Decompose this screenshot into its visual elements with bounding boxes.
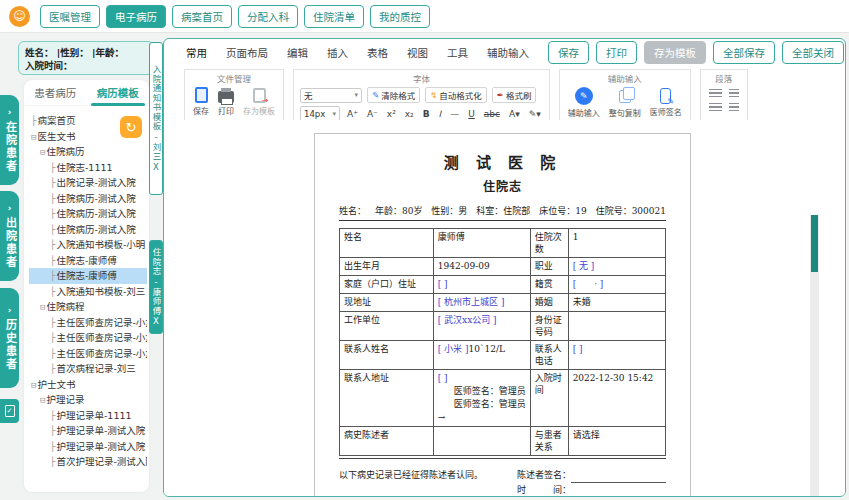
tree-item[interactable]: ├护理记录单-1111 — [29, 408, 147, 424]
field-value[interactable] — [568, 312, 665, 341]
font-tool-清除格式[interactable]: ✎清除格式 — [367, 87, 420, 103]
align-right-icon[interactable] — [729, 89, 739, 98]
module-tab-我的质控[interactable]: 我的质控 — [370, 5, 430, 28]
tree-item[interactable]: ├入院通知书模板-刘三 — [29, 284, 147, 300]
menu-视图[interactable]: 视图 — [407, 45, 428, 60]
menu-页面布局[interactable]: 页面布局 — [226, 45, 268, 60]
action-button-全部关闭[interactable]: 全部关闭 — [782, 41, 844, 64]
menu-编辑[interactable]: 编辑 — [287, 45, 308, 60]
action-button-存为模板[interactable]: 存为模板 — [644, 41, 706, 64]
module-tab-病案首页[interactable]: 病案首页 — [172, 5, 232, 28]
field-run[interactable]: [ 小米 ] — [438, 344, 469, 354]
format-icon-abc[interactable]: abc — [484, 109, 500, 119]
scrollbar-thumb[interactable] — [811, 215, 818, 272]
format-icon-✎▾[interactable]: ✎▾ — [529, 109, 541, 119]
document-tab-住院志-康师傅[interactable]: 住院志-康师傅X — [149, 240, 163, 334]
vertical-scrollbar[interactable] — [810, 215, 819, 496]
field-value[interactable]: [ · ] — [568, 276, 665, 294]
format-icon-A⁺[interactable]: A⁺ — [347, 109, 358, 119]
tree-item[interactable]: ├主任医师查房记录-小盒 — [29, 330, 147, 346]
field-value[interactable]: 1942-09-09 — [433, 258, 530, 276]
panel-tab-病历模板[interactable]: 病历模板 — [95, 81, 141, 104]
action-button-全部保存[interactable]: 全部保存 — [713, 41, 775, 64]
tree-item[interactable]: ├住院志-1111 — [29, 160, 147, 176]
collapse-minus-icon[interactable]: ⊟ — [40, 395, 45, 405]
side-tab-在院患者[interactable]: ›在院患者 — [0, 95, 19, 185]
menu-工具[interactable]: 工具 — [447, 45, 468, 60]
field-value[interactable]: [ ]医师签名：管理员医师签名：管理员→ — [433, 370, 530, 427]
tree-item[interactable]: ├主任医师查房记录-小盒 — [29, 315, 147, 331]
clipboard-tool-button[interactable]: ✓ — [0, 399, 19, 423]
side-tab-历史患者[interactable]: ›历史患者 — [0, 288, 19, 388]
field-value[interactable]: 请选择 — [568, 427, 665, 456]
document-tab-入院通知书模板-刘三[interactable]: 入院通知书模板-刘三X — [149, 42, 163, 195]
field-value[interactable]: 未婚 — [568, 294, 665, 312]
narrator-sign-line[interactable] — [571, 474, 666, 483]
field-run[interactable]: [ · ] — [573, 279, 604, 289]
align-justify-icon[interactable] — [729, 103, 739, 112]
field-run[interactable]: [ 杭州市上城区 ] — [438, 297, 505, 307]
collapse-minus-icon[interactable]: ⊟ — [31, 132, 36, 142]
tree-item[interactable]: ⊟护理记录 — [29, 392, 147, 408]
align-left-icon[interactable] — [709, 89, 722, 98]
tree-item[interactable]: ├主任医师查房记录-小盒 — [29, 346, 147, 362]
module-tab-电子病历[interactable]: 电子病历 — [106, 5, 166, 28]
collapse-minus-icon[interactable]: ⊟ — [31, 380, 36, 390]
module-tab-住院清单[interactable]: 住院清单 — [304, 5, 364, 28]
side-tab-出院患者[interactable]: ›出院患者 — [0, 191, 19, 281]
tree-item[interactable]: ⊟住院病程 — [29, 299, 147, 315]
refresh-button[interactable]: ↻ — [120, 116, 142, 138]
field-value[interactable]: [ 武汉xx公司 ] — [433, 312, 530, 341]
action-button-打印[interactable]: 打印 — [596, 41, 637, 64]
field-run[interactable]: [ 武汉xx公司 ] — [438, 315, 497, 325]
menu-常用[interactable]: 常用 — [186, 45, 207, 60]
ribbon-button-辅助输入[interactable]: ✎辅助输入 — [568, 87, 600, 118]
align-center-icon[interactable] — [709, 103, 722, 112]
font-size-select[interactable]: 14px ▾ — [300, 106, 340, 121]
tree-item[interactable]: ⊟护士文书 — [29, 377, 147, 393]
tree-item[interactable]: ├入院通知书模板-小明 — [29, 237, 147, 253]
ribbon-button-保存[interactable]: 保存 — [193, 87, 209, 116]
field-value[interactable]: [ 杭州市上城区 ] — [433, 294, 530, 312]
ribbon-button-打印[interactable]: 打印 — [218, 88, 234, 116]
field-value[interactable]: 1 — [568, 229, 665, 258]
field-value[interactable]: 2022-12-30 15:42 — [568, 370, 665, 427]
format-icon-B[interactable]: B — [423, 109, 430, 119]
font-family-select[interactable]: 无 ▾ — [300, 88, 362, 103]
collapse-minus-icon[interactable]: ⊟ — [40, 147, 45, 157]
panel-tab-患者病历[interactable]: 患者病历 — [32, 81, 78, 104]
format-icon-A⁻[interactable]: A⁻ — [367, 109, 378, 119]
close-icon[interactable]: X — [151, 161, 161, 172]
tree-item[interactable]: ├护理记录单-测试入院 — [29, 439, 147, 455]
field-run[interactable]: [ 无 ] — [573, 261, 595, 271]
field-run[interactable]: [ ] — [438, 279, 448, 289]
format-icon-x₂[interactable]: x₂ — [405, 109, 414, 119]
action-button-保存[interactable]: 保存 — [548, 41, 589, 64]
font-tool-自动格式化[interactable]: ↯自动格式化 — [425, 87, 487, 103]
module-tab-医嘱管理[interactable]: 医嘱管理 — [40, 5, 100, 28]
tree-item[interactable]: ├住院志-康师傅 — [29, 268, 147, 284]
tree-item[interactable]: ├首次病程记录-刘三 — [29, 361, 147, 377]
field-value[interactable]: [ 小米 ]10`12/L — [433, 341, 530, 370]
field-run[interactable]: [ ] — [573, 344, 583, 354]
collapse-minus-icon[interactable]: ⊟ — [40, 302, 45, 312]
field-value[interactable]: [ ] — [433, 276, 530, 294]
field-run[interactable]: [ ] — [438, 373, 448, 383]
menu-表格[interactable]: 表格 — [367, 45, 388, 60]
tree-item[interactable]: ├住院志-康师傅 — [29, 253, 147, 269]
tree-item[interactable]: ├住院病历-测试入院 — [29, 206, 147, 222]
menu-辅助输入[interactable]: 辅助输入 — [487, 45, 529, 60]
format-icon-U[interactable]: U — [468, 109, 475, 119]
field-value[interactable]: [ ] — [568, 341, 665, 370]
menu-插入[interactable]: 插入 — [327, 45, 348, 60]
field-value[interactable] — [433, 427, 530, 456]
tree-item[interactable]: ├护理记录单-测试入院 — [29, 423, 147, 439]
format-icon-I[interactable]: I — [439, 109, 442, 119]
font-tool-格式刷[interactable]: ✒格式刷 — [492, 87, 537, 103]
ribbon-button-医师签名[interactable]: 医师签名 — [650, 88, 682, 117]
tree-item[interactable]: ├首次护理记录-测试入院 — [29, 454, 147, 470]
format-icon-—[interactable]: — — [450, 109, 459, 119]
tree-item[interactable]: ⊟住院病历 — [29, 144, 147, 160]
tree-item[interactable]: ├出院记录-测试入院 — [29, 175, 147, 191]
ribbon-button-存为模板[interactable]: 存为模板 — [243, 88, 275, 116]
